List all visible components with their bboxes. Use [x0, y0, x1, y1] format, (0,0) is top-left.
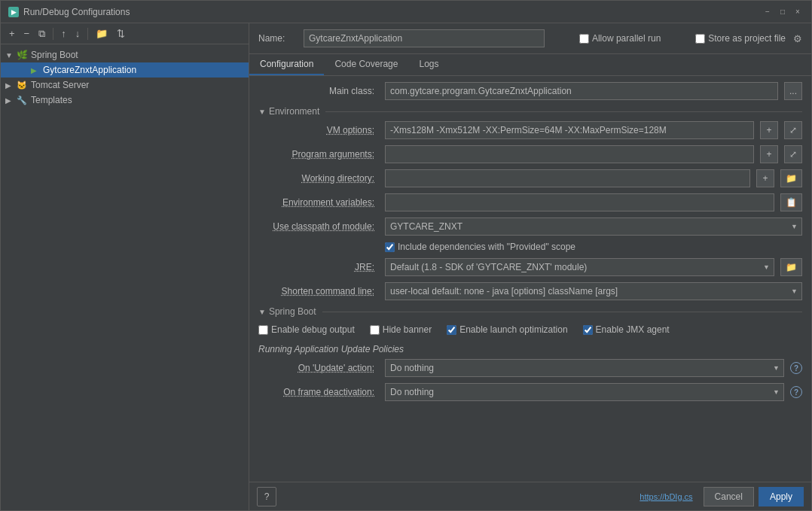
classpath-select[interactable]: GYTCARE_ZNXT	[385, 217, 802, 236]
environment-label: Environment	[269, 106, 319, 117]
tomcat-label: Tomcat Server	[31, 80, 89, 90]
name-field-label: Name:	[258, 33, 296, 44]
jre-select-wrapper: Default (1.8 - SDK of 'GYTCARE_ZNXT' mod…	[385, 258, 774, 276]
hide-banner-checkbox[interactable]	[370, 325, 380, 335]
classpath-select-wrapper: GYTCARE_ZNXT ▼	[385, 217, 802, 236]
allow-parallel-checkbox[interactable]	[579, 34, 589, 44]
tree-item-tomcat[interactable]: ▶ 🐱 Tomcat Server	[1, 78, 249, 93]
include-deps-row: Include dependencies with "Provided" sco…	[385, 242, 802, 252]
spring-boot-section-arrow[interactable]: ▼	[258, 308, 266, 316]
spring-boot-section-header: ▼ Spring Boot	[258, 306, 802, 317]
folder-button[interactable]: 📁	[92, 26, 111, 41]
left-toolbar: + − ⧉ ↑ ↓ 📁 ⇅	[1, 23, 249, 44]
enable-launch-option: Enable launch optimization	[447, 324, 567, 335]
working-dir-browse-button[interactable]: 📁	[780, 169, 802, 187]
enable-launch-label: Enable launch optimization	[459, 324, 567, 335]
working-dir-add-button[interactable]: +	[756, 169, 774, 187]
right-panel: Name: Allow parallel run Store as projec…	[249, 23, 811, 510]
update-action-label: On 'Update' action:	[258, 363, 379, 373]
window-title: Run/Debug Configurations	[23, 7, 130, 17]
tab-configuration[interactable]: Configuration	[249, 54, 324, 75]
vm-options-expand-button[interactable]: ⤢	[784, 121, 802, 139]
copy-config-button[interactable]: ⧉	[35, 26, 49, 42]
env-vars-browse-button[interactable]: 📋	[780, 193, 802, 211]
sort-button[interactable]: ⇅	[113, 26, 129, 41]
jre-browse-button[interactable]: 📁	[780, 258, 802, 276]
enable-jmx-checkbox[interactable]	[583, 325, 593, 335]
tomcat-toggle[interactable]: ▶	[5, 81, 16, 90]
remove-config-button[interactable]: −	[20, 26, 34, 41]
apply-button[interactable]: Apply	[759, 487, 804, 506]
minimize-button[interactable]: −	[762, 6, 774, 18]
update-action-select[interactable]: Do nothingUpdate classes and resourcesRe…	[385, 359, 784, 377]
tab-logs[interactable]: Logs	[408, 54, 449, 75]
app-icon: ▶	[28, 64, 40, 76]
tree-item-gytcare-app[interactable]: ▶ GytcareZnxtApplication	[1, 62, 249, 78]
jre-select[interactable]: Default (1.8 - SDK of 'GYTCARE_ZNXT' mod…	[385, 258, 774, 276]
store-project-checkbox[interactable]	[695, 34, 705, 44]
close-button[interactable]: ×	[792, 6, 804, 18]
move-down-button[interactable]: ↓	[72, 26, 84, 41]
tree-item-templates[interactable]: ▶ 🔧 Templates	[1, 93, 249, 108]
environment-arrow[interactable]: ▼	[258, 108, 266, 116]
hide-banner-label: Hide banner	[383, 324, 432, 335]
title-bar-left: ▶ Run/Debug Configurations	[8, 7, 130, 17]
frame-deact-select-wrapper: Do nothingUpdate classes and resourcesRe…	[385, 383, 784, 401]
enable-jmx-label: Enable JMX agent	[596, 324, 670, 335]
bottom-bar: ? https://bDIg.cs Cancel Apply	[249, 482, 811, 510]
toolbar-separator-1	[53, 28, 53, 40]
gear-button[interactable]: ⚙	[793, 33, 802, 44]
main-class-label: Main class:	[258, 86, 379, 96]
spring-boot-toggle[interactable]: ▼	[5, 51, 16, 59]
spring-boot-section-label: Spring Boot	[269, 306, 316, 317]
main-class-row: Main class: ...	[258, 82, 802, 100]
name-input[interactable]	[304, 29, 545, 47]
toolbar-separator-2	[87, 28, 88, 40]
shorten-cmd-select[interactable]: user-local default: none - java [options…	[385, 282, 802, 300]
bottom-link[interactable]: https://bDIg.cs	[640, 492, 692, 501]
tree-item-spring-boot-group[interactable]: ▼ 🌿 Spring Boot	[1, 47, 249, 62]
main-class-input[interactable]	[385, 82, 778, 100]
config-tree: ▼ 🌿 Spring Boot ▶ GytcareZnxtApplication…	[1, 44, 249, 510]
add-config-button[interactable]: +	[5, 26, 19, 41]
debug-output-checkbox[interactable]	[258, 325, 268, 335]
working-dir-row: Working directory: + 📁	[258, 169, 802, 187]
classpath-label: Use classpath of module:	[258, 221, 379, 232]
move-up-button[interactable]: ↑	[57, 26, 70, 41]
program-args-expand-button[interactable]: ⤢	[784, 145, 802, 163]
help-button[interactable]: ?	[257, 487, 276, 506]
update-action-select-wrapper: Do nothingUpdate classes and resourcesRe…	[385, 359, 784, 377]
enable-launch-checkbox[interactable]	[447, 325, 456, 335]
allow-parallel-label: Allow parallel run	[592, 33, 661, 44]
left-panel: + − ⧉ ↑ ↓ 📁 ⇅ ▼ 🌿 Spring Boot	[1, 23, 249, 510]
templates-label: Templates	[31, 95, 72, 105]
env-vars-input[interactable]	[385, 193, 774, 211]
run-debug-config-window: ▶ Run/Debug Configurations − □ × + − ⧉ ↑…	[0, 0, 812, 511]
working-dir-label: Working directory:	[258, 173, 379, 184]
cancel-button[interactable]: Cancel	[704, 487, 754, 506]
debug-output-label: Enable debug output	[271, 324, 355, 335]
gytcare-app-label: GytcareZnxtApplication	[43, 65, 136, 75]
frame-deact-help-icon[interactable]: ?	[790, 386, 802, 398]
update-action-help-icon[interactable]: ?	[790, 362, 802, 374]
include-deps-checkbox[interactable]	[385, 242, 395, 252]
spring-boot-group-icon: 🌿	[16, 49, 28, 61]
running-app-title: Running Application Update Policies	[258, 344, 802, 354]
templates-toggle[interactable]: ▶	[5, 96, 16, 105]
program-args-add-button[interactable]: +	[760, 145, 778, 163]
vm-options-label: VM options:	[258, 125, 379, 135]
frame-deact-select[interactable]: Do nothingUpdate classes and resourcesRe…	[385, 383, 784, 401]
working-dir-input[interactable]	[385, 169, 750, 187]
vm-options-add-button[interactable]: +	[760, 121, 778, 139]
main-class-browse-button[interactable]: ...	[784, 82, 802, 100]
name-row: Name: Allow parallel run Store as projec…	[249, 23, 811, 54]
jre-label: JRE:	[258, 262, 379, 272]
program-args-input[interactable]	[385, 145, 754, 163]
vm-options-input[interactable]	[385, 121, 754, 139]
jre-row: JRE: Default (1.8 - SDK of 'GYTCARE_ZNXT…	[258, 258, 802, 276]
maximize-button[interactable]: □	[777, 6, 789, 18]
program-args-label: Program arguments:	[258, 149, 379, 160]
environment-section-header: ▼ Environment	[258, 106, 802, 117]
tab-code-coverage[interactable]: Code Coverage	[324, 54, 408, 75]
spring-boot-group-label: Spring Boot	[31, 50, 78, 60]
